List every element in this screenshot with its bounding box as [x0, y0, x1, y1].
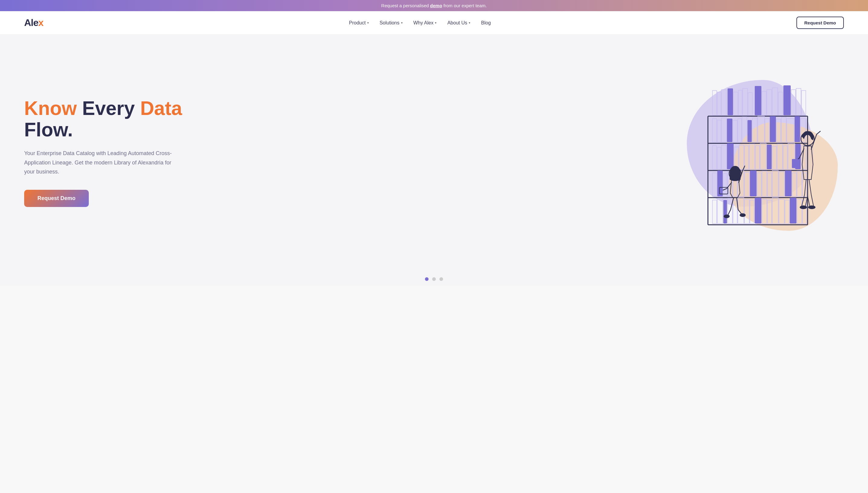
top-banner: Request a personalised demo from our exp… — [0, 0, 868, 11]
svg-rect-73 — [797, 171, 802, 196]
svg-rect-60 — [723, 173, 727, 196]
nav-label-why-alex: Why Alex — [413, 20, 434, 26]
hero-title-part4: Flow. — [24, 119, 73, 141]
svg-rect-66 — [757, 173, 761, 196]
chevron-down-icon: ▾ — [401, 21, 403, 24]
svg-rect-71 — [785, 170, 792, 196]
svg-rect-22 — [796, 88, 801, 115]
carousel-dots — [0, 270, 868, 286]
svg-rect-8 — [717, 92, 721, 115]
hero-title-part1: Know — [24, 98, 77, 119]
nav-right: Request Demo — [796, 17, 844, 29]
nav-link-blog[interactable]: Blog — [481, 20, 491, 26]
svg-rect-38 — [787, 119, 794, 142]
nav-link-why-alex[interactable]: Why Alex ▾ — [413, 20, 437, 26]
svg-rect-29 — [738, 119, 742, 142]
hero-title: Know Every Data Flow. — [24, 98, 199, 140]
nav-link-solutions[interactable]: Solutions ▾ — [380, 20, 403, 26]
svg-point-94 — [800, 206, 807, 209]
svg-rect-86 — [772, 198, 778, 223]
svg-rect-53 — [777, 144, 783, 169]
banner-text-after: from our expert team. — [442, 3, 487, 8]
svg-rect-17 — [767, 90, 772, 115]
svg-rect-52 — [772, 146, 776, 169]
svg-rect-77 — [723, 200, 727, 223]
hero-title-part2: Every — [77, 98, 140, 119]
svg-rect-9 — [722, 90, 726, 115]
svg-rect-35 — [770, 116, 776, 142]
svg-rect-43 — [722, 145, 726, 169]
nav-item-blog[interactable]: Blog — [481, 20, 491, 26]
hero-subtitle: Your Enterprise Data Catalog with Leadin… — [24, 149, 175, 176]
svg-rect-36 — [776, 119, 781, 142]
svg-rect-72 — [792, 173, 796, 196]
svg-point-95 — [808, 206, 815, 209]
hero-content: Know Every Data Flow. Your Enterprise Da… — [24, 98, 199, 207]
svg-rect-90 — [797, 199, 802, 223]
request-demo-nav-button[interactable]: Request Demo — [796, 17, 844, 29]
svg-rect-45 — [734, 147, 739, 169]
svg-rect-23 — [802, 90, 806, 115]
nav-links: Product ▾ Solutions ▾ Why Alex ▾ About U… — [349, 20, 491, 26]
svg-rect-76 — [717, 198, 723, 223]
svg-rect-75 — [712, 200, 717, 223]
svg-rect-20 — [783, 85, 791, 115]
nav-item-solutions[interactable]: Solutions ▾ — [380, 20, 403, 26]
svg-rect-34 — [765, 119, 769, 142]
svg-rect-88 — [785, 200, 789, 223]
chevron-down-icon: ▾ — [367, 21, 369, 24]
svg-rect-50 — [760, 143, 766, 169]
svg-rect-47 — [745, 146, 749, 169]
svg-rect-85 — [767, 200, 772, 223]
hero-title-part3: Data — [140, 98, 182, 119]
svg-rect-67 — [762, 171, 767, 196]
svg-rect-41 — [712, 146, 717, 169]
svg-rect-40 — [801, 119, 806, 142]
svg-rect-83 — [755, 198, 761, 223]
svg-rect-79 — [733, 200, 737, 223]
carousel-dot-1[interactable] — [425, 277, 428, 281]
logo[interactable]: Alex — [24, 17, 43, 28]
nav-link-about-us[interactable]: About Us ▾ — [447, 20, 470, 26]
chevron-down-icon: ▾ — [469, 21, 470, 24]
nav-item-why-alex[interactable]: Why Alex ▾ — [413, 20, 437, 26]
svg-rect-16 — [762, 91, 766, 115]
nav-item-product[interactable]: Product ▾ — [349, 20, 369, 26]
svg-rect-58 — [712, 173, 717, 196]
nav-item-about-us[interactable]: About Us ▾ — [447, 20, 470, 26]
svg-rect-26 — [722, 118, 726, 142]
carousel-dot-3[interactable] — [440, 277, 443, 281]
svg-rect-19 — [778, 92, 783, 115]
svg-rect-64 — [745, 172, 749, 196]
svg-rect-11 — [733, 92, 738, 115]
svg-rect-39 — [794, 116, 800, 142]
svg-rect-81 — [745, 199, 749, 223]
svg-rect-14 — [748, 93, 752, 115]
svg-rect-10 — [728, 88, 733, 115]
svg-rect-46 — [739, 145, 744, 169]
carousel-dot-2[interactable] — [432, 277, 436, 281]
bookshelf-illustration — [681, 77, 832, 234]
nav-link-product[interactable]: Product ▾ — [349, 20, 369, 26]
svg-rect-69 — [772, 170, 778, 196]
svg-rect-32 — [752, 118, 757, 142]
svg-rect-28 — [733, 121, 737, 142]
svg-rect-37 — [781, 117, 786, 142]
svg-rect-31 — [747, 120, 752, 142]
navbar: Alex Product ▾ Solutions ▾ Why Alex ▾ Ab… — [0, 11, 868, 35]
svg-rect-30 — [742, 117, 747, 142]
banner-demo-link[interactable]: demo — [430, 3, 442, 8]
request-demo-hero-button[interactable]: Request Demo — [24, 190, 89, 207]
nav-label-solutions: Solutions — [380, 20, 400, 26]
svg-point-99 — [740, 213, 746, 217]
svg-rect-33 — [758, 116, 764, 142]
svg-rect-65 — [750, 170, 756, 196]
svg-rect-12 — [739, 90, 742, 115]
svg-rect-21 — [791, 90, 795, 115]
logo-accent: x — [38, 17, 43, 28]
chevron-down-icon: ▾ — [435, 21, 437, 24]
hero-section: Know Every Data Flow. Your Enterprise Da… — [0, 35, 868, 270]
svg-rect-24 — [712, 119, 717, 142]
svg-rect-84 — [762, 199, 767, 223]
svg-rect-15 — [755, 86, 761, 115]
